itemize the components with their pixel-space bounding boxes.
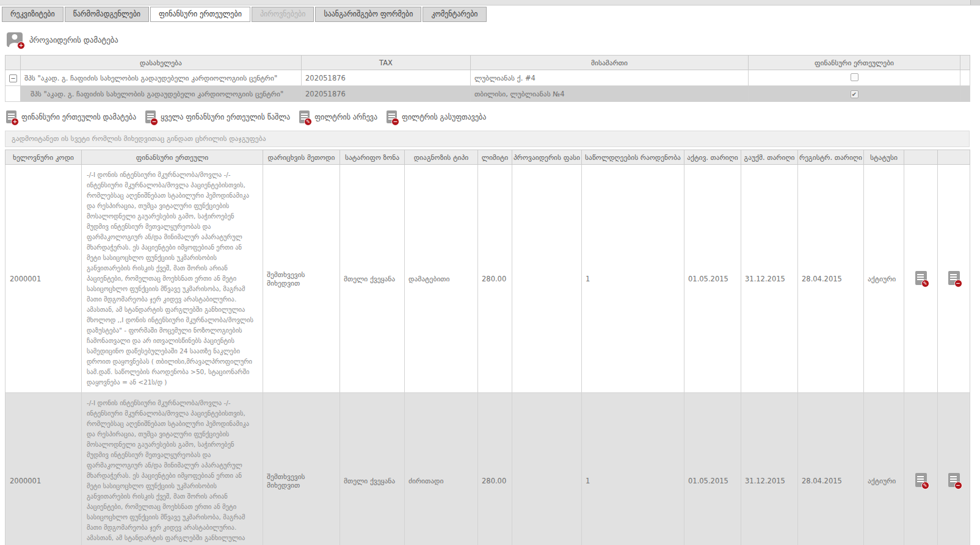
edit-column-header	[904, 150, 938, 165]
provider-tax-cell: 202051876	[302, 70, 471, 86]
edit-fin-unit-icon[interactable]: ✎	[915, 271, 927, 285]
document-minus-icon: −	[145, 110, 156, 123]
delete-fin-unit-icon[interactable]: −	[948, 271, 960, 285]
plus-badge-icon: +	[17, 42, 25, 49]
provider-child-row-selected[interactable]: შპს "აკად. გ. ჩაფიძის სახელობის გადაუდებ…	[5, 86, 970, 102]
cell-delete: −	[938, 393, 970, 545]
clear-filter-button[interactable]: − ფილტრის გასუფთავება	[387, 110, 486, 123]
cell-limit: 280.00	[478, 393, 512, 545]
collapse-icon[interactable]: −	[9, 74, 17, 82]
cell-tariff-zone: მთელი ქვეყანა	[340, 393, 405, 545]
tab-content-financial-units: + პროვაიდერის დამატება დასახელება TAX მი…	[0, 32, 980, 545]
cell-provider-price	[512, 165, 582, 393]
tab-report-forms[interactable]: საანგარიშგებო ფორმები	[315, 7, 421, 22]
add-provider-button[interactable]: + პროვაიდერის დამატება	[7, 32, 118, 47]
provider-address-cell: თბილისი, ლუბლიანას №4	[471, 86, 749, 102]
cell-tariff-zone: მთელი ქვეყანა	[340, 165, 405, 393]
column-header-address[interactable]: მისამართი	[471, 56, 749, 70]
providers-table: დასახელება TAX მისამართი ფინანსური ერთეუ…	[5, 55, 970, 102]
column-header-name[interactable]: დასახელება	[21, 56, 302, 70]
minus-badge-icon: −	[954, 280, 962, 287]
add-fin-unit-button[interactable]: + ფინანსური ერთეულის დამატება	[6, 110, 136, 123]
column-header-registration-date[interactable]: რეგისტრ. თარიღი	[798, 150, 864, 165]
column-header-status[interactable]: სტატუსი	[864, 150, 904, 165]
tab-bar: რეკვიზიტები წარმომადგენლები ფინანსური ერ…	[0, 5, 980, 22]
fin-units-checkbox-checked[interactable]: ✔	[851, 90, 858, 98]
cell-diagnosis-type: დამატებითი	[405, 165, 478, 393]
cell-edit: ✎	[904, 165, 938, 393]
add-provider-label: პროვაიდერის დამატება	[29, 35, 118, 45]
expander-cell: −	[5, 70, 21, 86]
fin-unit-row[interactable]: 2000001 -/-I დონის ინტენსიური მკურნალობა…	[5, 393, 970, 545]
action-label: ფილტრის გასუფთავება	[402, 113, 486, 121]
column-header-fin-unit[interactable]: ფინანსური ერთეული	[82, 150, 263, 165]
tail-cell	[960, 86, 970, 102]
action-label: ფინანსური ერთეულის დამატება	[21, 113, 136, 121]
expander-column-header	[5, 56, 21, 70]
column-header-cancel-date[interactable]: გაუქმ. თარიღი	[741, 150, 798, 165]
choose-filter-button[interactable]: ✎ ფილტრის არჩევა	[299, 110, 377, 123]
cell-code: 2000001	[5, 393, 82, 545]
fin-units-table: ხელოვნური კოდი ფინანსური ერთეული დარიცხვ…	[5, 150, 970, 545]
column-header-code[interactable]: ხელოვნური კოდი	[5, 150, 82, 165]
column-header-fin-units[interactable]: ფინანსური ერთეულები	[749, 56, 960, 70]
cell-registration-date: 28.04.2015	[798, 393, 864, 545]
tab-financial-units[interactable]: ფინანსური ერთეულები	[150, 7, 250, 22]
edit-fin-unit-icon[interactable]: ✎	[915, 473, 927, 487]
cell-fin-unit: -/-I დონის ინტენსიური მკურნალობა/მოვლა -…	[82, 165, 263, 393]
fin-units-checkbox-cell: ✔	[749, 86, 960, 102]
group-by-drop-zone[interactable]: გადმოიტანეთ ის სვეტი რომლის მიხედვითაც გ…	[5, 131, 970, 147]
cell-diagnosis-type: ძირითადი	[405, 393, 478, 545]
minus-badge-icon: −	[954, 482, 962, 489]
cell-activation-date: 01.05.2015	[684, 393, 741, 545]
scrollbar-end-button[interactable]	[970, 0, 980, 5]
delete-all-fin-units-button[interactable]: − ყველა ფინანსური ერთეულის წაშლა	[145, 110, 290, 123]
cell-code: 2000001	[5, 165, 82, 393]
column-header-activation-date[interactable]: აქტივ. თარიღი	[684, 150, 741, 165]
cell-cancel-date: 31.12.2015	[741, 165, 798, 393]
fin-units-checkbox-unchecked[interactable]	[851, 73, 858, 81]
cell-bed-days: 1	[582, 393, 684, 545]
cell-limit: 280.00	[478, 165, 512, 393]
plus-badge-icon: +	[11, 118, 19, 126]
pencil-badge-icon: ✎	[921, 482, 929, 489]
minus-badge-icon: −	[391, 118, 399, 126]
cell-status: აქტიური	[864, 393, 904, 545]
delete-fin-unit-icon[interactable]: −	[948, 473, 960, 487]
providers-table-header-row: დასახელება TAX მისამართი ფინანსური ერთეუ…	[5, 56, 970, 70]
column-header-diagnosis-type[interactable]: დიაგნოზის ტიპი	[405, 150, 478, 165]
tab-comments[interactable]: კომენტარები	[423, 7, 486, 22]
provider-tax-cell: 202051876	[302, 86, 471, 102]
document-pencil-icon: ✎	[299, 110, 310, 123]
cell-provider-price	[512, 393, 582, 545]
cell-method: შემთხვევის მიხედვით	[263, 165, 340, 393]
fin-unit-row[interactable]: 2000001 -/-I დონის ინტენსიური მკურნალობა…	[5, 165, 970, 393]
cell-registration-date: 28.04.2015	[798, 165, 864, 393]
tab-requisites[interactable]: რეკვიზიტები	[2, 7, 64, 22]
column-header-limit[interactable]: ლიმიტი	[478, 150, 512, 165]
document-minus-icon: −	[387, 110, 397, 123]
expander-spacer-cell	[5, 86, 21, 102]
cell-cancel-date: 31.12.2015	[741, 393, 798, 545]
column-header-provider-price[interactable]: პროვაიდერის ფასი	[512, 150, 582, 165]
delete-column-header	[938, 150, 970, 165]
provider-name-cell: შპს "აკად. გ. ჩაფიძის სახელობის გადაუდებ…	[21, 70, 302, 86]
pencil-badge-icon: ✎	[304, 118, 312, 126]
action-label: ყველა ფინანსური ერთეულის წაშლა	[161, 113, 290, 121]
tab-representatives[interactable]: წარმომადგენლები	[65, 7, 149, 22]
cell-status: აქტიური	[864, 165, 904, 393]
document-plus-icon: +	[6, 110, 16, 123]
cell-bed-days: 1	[582, 165, 684, 393]
cell-fin-unit: -/-I დონის ინტენსიური მკურნალობა/მოვლა -…	[82, 393, 263, 545]
tail-column-header	[960, 56, 970, 70]
cell-delete: −	[938, 165, 970, 393]
column-header-bed-days[interactable]: საწოლდღეების რაოდენობა	[582, 150, 684, 165]
top-scrollbar-track[interactable]	[0, 0, 980, 5]
action-label: ფილტრის არჩევა	[314, 113, 377, 121]
column-header-tariff-zone[interactable]: სატარიფო ზონა	[340, 150, 405, 165]
cell-edit: ✎	[904, 393, 938, 545]
column-header-tax[interactable]: TAX	[302, 56, 471, 70]
column-header-method[interactable]: დარიცხვის მეთოდი	[263, 150, 340, 165]
cell-activation-date: 01.05.2015	[684, 165, 741, 393]
provider-row[interactable]: − შპს "აკად. გ. ჩაფიძის სახელობის გადაუდ…	[5, 70, 970, 86]
